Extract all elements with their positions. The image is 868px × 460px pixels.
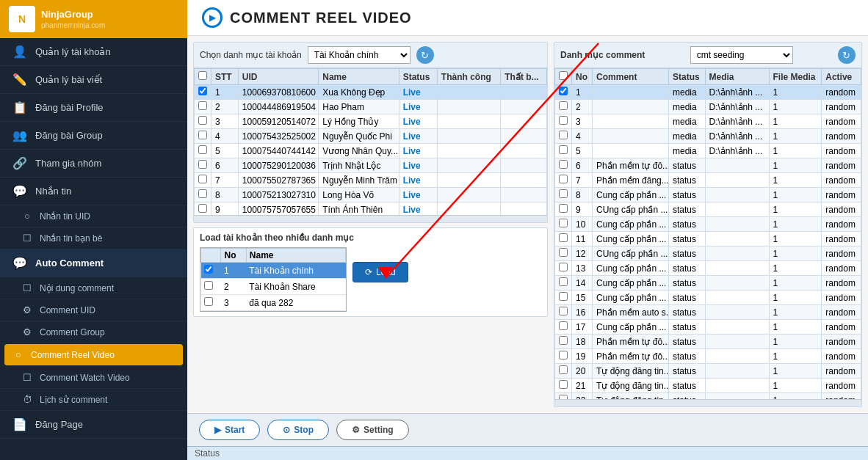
sidebar-item-nhan-tin-ban-be[interactable]: ☐ Nhắn tin bạn bè [0, 227, 187, 249]
comment-table-row[interactable]: 2 media D:\ảnh\ảnh ... 1 random [555, 100, 861, 114]
account-table-row[interactable]: 1 100069370810600 Xua Không Đẹp Live [195, 85, 547, 100]
comment-row-checkbox[interactable] [555, 144, 572, 158]
comment-row-checkbox[interactable] [555, 247, 572, 261]
comment-row-checkbox[interactable] [555, 379, 572, 393]
comment-table-row[interactable]: 7 Phần mềm đăng... status 1 random [555, 173, 861, 188]
account-table-row[interactable]: 7 100075502787365 Nguyễn Minh Trâm Live [195, 173, 547, 188]
comment-row-checkbox[interactable] [555, 364, 572, 379]
comment-row-checkbox[interactable] [555, 335, 572, 349]
sidebar-item-dang-page[interactable]: 📄 Đăng Page [0, 411, 187, 439]
sidebar-item-lich-su-comment[interactable]: ⏱ Lịch sử comment [0, 389, 187, 411]
row-checkbox[interactable] [195, 85, 211, 100]
comment-row-checkbox[interactable] [555, 349, 572, 364]
comment-row-checkbox[interactable] [555, 305, 572, 320]
account-h-scrollbar[interactable] [194, 215, 547, 222]
comment-row-checkbox[interactable] [555, 114, 572, 129]
setting-button[interactable]: ⚙ Setting [336, 420, 409, 440]
row-checkbox[interactable] [195, 158, 211, 173]
load-table-row[interactable]: 3 đã qua 282 [201, 295, 346, 311]
comment-table-row[interactable]: 9 CUng cấp phần ... status 1 random [555, 202, 861, 217]
sub-label-comment-group: Comment Group [40, 327, 105, 337]
comment-table-row[interactable]: 20 Tự động đăng tin... status 1 random [555, 364, 861, 379]
comment-row-checkbox[interactable] [555, 261, 572, 276]
account-table-row[interactable]: 2 100044486919504 Hao Pham Live [195, 100, 547, 114]
comment-table-row[interactable]: 1 media D:\ảnh\ảnh ... 1 random [555, 85, 861, 100]
account-refresh-button[interactable]: ↻ [416, 46, 434, 64]
comment-row-checkbox[interactable] [555, 217, 572, 232]
account-table-row[interactable]: 9 100075757057655 Tính Ánh Thiên Live [195, 202, 547, 216]
comment-table-row[interactable]: 19 Phần mềm tự đô... status 1 random [555, 349, 861, 364]
comment-table-row[interactable]: 18 Phần mềm tự đô... status 1 random [555, 335, 861, 349]
start-button[interactable]: ▶ Start [199, 420, 260, 440]
comment-row-checkbox[interactable] [555, 173, 572, 188]
row-that-bai [501, 158, 547, 173]
comment-table-row[interactable]: 11 Cung cấp phần ... status 1 random [555, 232, 861, 247]
comment-row-checkbox[interactable] [555, 276, 572, 291]
row-checkbox[interactable] [195, 173, 211, 188]
load-button[interactable]: ⟳ Load [352, 262, 408, 282]
account-table: STT UID Name Status Thành công Thất b...… [194, 68, 547, 215]
comment-table-row[interactable]: 15 Cung cấp phần ... status 1 random [555, 291, 861, 305]
account-category-select[interactable]: Tài Khoản chính Tài Khoản Share [308, 46, 411, 64]
comment-row-checkbox[interactable] [555, 393, 572, 400]
sidebar-item-comment-group[interactable]: ⚙ Comment Group [0, 321, 187, 343]
sidebar-item-dang-bai-profile[interactable]: 📋 Đăng bài Profile [0, 94, 187, 122]
comment-h-scrollbar[interactable] [554, 399, 861, 406]
row-checkbox[interactable] [195, 202, 211, 216]
account-table-row[interactable]: 8 100075213027310 Long Hòa Võ Live [195, 188, 547, 202]
comment-row-checkbox[interactable] [555, 188, 572, 202]
row-checkbox[interactable] [195, 144, 211, 158]
comment-row-checkbox[interactable] [555, 232, 572, 247]
comment-table-row[interactable]: 4 media D:\ảnh\ảnh ... 1 random [555, 129, 861, 144]
comment-row-file-media: 1 [769, 349, 822, 364]
comment-table-row[interactable]: 22 Tự động đăng tin... status 1 random [555, 393, 861, 400]
sidebar-item-comment-watch-video[interactable]: ☐ Comment Watch Video [0, 367, 187, 389]
sidebar-item-tham-gia-nhom[interactable]: 🔗 Tham gia nhóm [0, 150, 187, 178]
comment-table-row[interactable]: 12 CUng cấp phần ... status 1 random [555, 247, 861, 261]
account-table-row[interactable]: 3 100059120514072 Lý Hồng Thủy Live [195, 114, 547, 129]
select-all-comments[interactable] [559, 71, 568, 80]
comment-table-row[interactable]: 3 media D:\ảnh\ảnh ... 1 random [555, 114, 861, 129]
comment-refresh-button[interactable]: ↻ [838, 46, 856, 64]
comment-row-checkbox[interactable] [555, 320, 572, 335]
comment-row-checkbox[interactable] [555, 202, 572, 217]
comment-row-checkbox[interactable] [555, 129, 572, 144]
comment-row-checkbox[interactable] [555, 100, 572, 114]
comment-row-checkbox[interactable] [555, 85, 572, 100]
sidebar-item-comment-reel-video[interactable]: ○ Comment Reel Video [4, 344, 183, 366]
load-row-checkbox[interactable] [201, 279, 221, 295]
row-checkbox[interactable] [195, 114, 211, 129]
comment-table-row[interactable]: 14 Cung cấp phần ... status 1 random [555, 276, 861, 291]
sidebar-item-quan-ly-tai-khoan[interactable]: 👤 Quản lý tài khoản [0, 38, 187, 66]
account-table-row[interactable]: 6 100075290120036 Trịnh Nhật Lộc Live [195, 158, 547, 173]
load-table-row[interactable]: 1 Tài Khoản chính [201, 263, 346, 279]
comment-table-row[interactable]: 6 Phần mềm tự đô... status 1 random [555, 158, 861, 173]
comment-category-select[interactable]: cmt seeding [690, 46, 793, 64]
comment-row-checkbox[interactable] [555, 291, 572, 305]
row-checkbox[interactable] [195, 188, 211, 202]
sidebar-item-dang-bai-group[interactable]: 👥 Đăng bài Group [0, 122, 187, 150]
sidebar-item-comment-uid[interactable]: ⚙ Comment UID [0, 299, 187, 321]
sidebar-item-nhan-tin-uid[interactable]: ○ Nhắn tin UID [0, 205, 187, 227]
load-table-row[interactable]: 2 Tài Khoản Share [201, 279, 346, 295]
comment-table-row[interactable]: 17 Cung cấp phần ... status 1 random [555, 320, 861, 335]
comment-table-row[interactable]: 5 media D:\ảnh\ảnh ... 1 random [555, 144, 861, 158]
account-table-row[interactable]: 4 100075432525002 Nguyễn Quốc Phi Live [195, 129, 547, 144]
sidebar-item-quan-ly-bai-viet[interactable]: ✏️ Quản lý bài viết [0, 66, 187, 94]
account-table-row[interactable]: 5 100075440744142 Vương Nhân Quy... Live [195, 144, 547, 158]
comment-table-row[interactable]: 13 Cung cấp phần ... status 1 random [555, 261, 861, 276]
comment-row-media [705, 276, 769, 291]
select-all-accounts[interactable] [198, 71, 207, 80]
comment-table-row[interactable]: 10 Cung cấp phần ... status 1 random [555, 217, 861, 232]
comment-table-row[interactable]: 8 Cung cấp phần ... status 1 random [555, 188, 861, 202]
stop-button[interactable]: ⊙ Stop [267, 420, 329, 440]
sidebar-item-noi-dung-comment[interactable]: ☐ Nội dung comment [0, 277, 187, 299]
comment-table-row[interactable]: 21 Tự động đăng tin... status 1 random [555, 379, 861, 393]
comment-row-checkbox[interactable] [555, 158, 572, 173]
sidebar-item-nhan-tin[interactable]: 💬 Nhắn tin [0, 178, 187, 205]
row-checkbox[interactable] [195, 100, 211, 114]
comment-table-row[interactable]: 16 Phần mềm auto s... status 1 random [555, 305, 861, 320]
row-checkbox[interactable] [195, 129, 211, 144]
load-row-checkbox[interactable] [201, 295, 221, 311]
load-row-checkbox[interactable] [201, 263, 221, 279]
